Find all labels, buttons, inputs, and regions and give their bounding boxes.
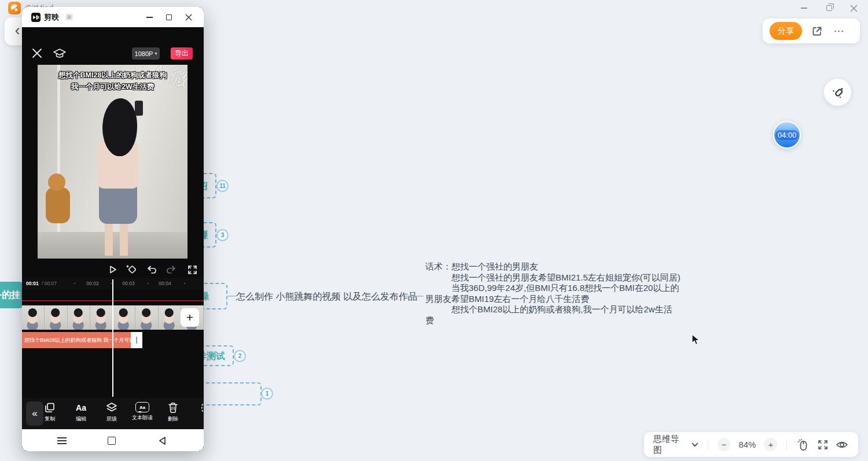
- eye-icon: [836, 439, 848, 451]
- capcut-maximize-button[interactable]: [162, 12, 176, 23]
- tool-delete[interactable]: 删除: [158, 402, 188, 423]
- tick-dot: [184, 283, 185, 284]
- aa-glyph: Aa: [139, 405, 145, 410]
- nav-back-button[interactable]: [155, 434, 169, 448]
- capcut-titlebar: 剪映: [22, 7, 204, 27]
- undo-icon: [146, 265, 157, 274]
- caret-down-icon: ▾: [155, 51, 157, 56]
- plush-bear: [46, 187, 70, 223]
- tick-label: 00:02: [86, 281, 98, 286]
- mindmap-script-node[interactable]: 话术：想找一个强社的男朋友 想找一个强社的男朋友希望BMI21.5左右姐姐宠你(…: [425, 261, 686, 326]
- collapse-badge[interactable]: 11: [216, 180, 229, 192]
- tick-dot: [74, 283, 75, 284]
- more-button[interactable]: ⋯: [832, 24, 846, 38]
- window-close-button[interactable]: [845, 2, 862, 14]
- export-window-button[interactable]: [810, 24, 824, 38]
- capcut-close-button[interactable]: [182, 12, 196, 23]
- script-line: 费: [425, 315, 686, 326]
- play-icon: [108, 265, 117, 274]
- mindmap-root-node[interactable]: +的挂: [0, 282, 22, 308]
- tick-label: 00:03: [122, 281, 134, 286]
- capcut-logo-icon: [31, 13, 41, 22]
- close-icon: [850, 5, 858, 12]
- tool-label: 编辑: [76, 415, 86, 423]
- capcut-window: 剪映 1080P ▾ 导出: [22, 7, 204, 451]
- capcut-minimize-button[interactable]: [142, 12, 156, 23]
- editor-close-button[interactable]: [32, 48, 42, 58]
- fullscreen-button[interactable]: [186, 263, 198, 276]
- tool-label: 层级: [106, 415, 117, 423]
- play-button[interactable]: [106, 263, 119, 276]
- zoom-out-button[interactable]: −: [718, 438, 731, 451]
- current-time: 00:01: [26, 281, 39, 286]
- collapse-badge[interactable]: 3: [216, 229, 229, 241]
- window-minimize-button[interactable]: [795, 2, 812, 14]
- tick-label: 00:04: [159, 281, 171, 286]
- collapse-badge[interactable]: 2: [234, 350, 246, 362]
- text-track-clip[interactable]: 想找个BMI28以上的奶狗或者狼狗 我一个月可以: [22, 332, 131, 348]
- zoom-in-button[interactable]: +: [764, 438, 777, 451]
- resolution-dropdown[interactable]: 1080P ▾: [132, 47, 160, 60]
- restore-icon: [826, 5, 832, 11]
- close-icon: [32, 48, 42, 58]
- tool-copy[interactable]: 复制: [35, 402, 65, 423]
- tick-dot: [148, 283, 149, 284]
- fit-screen-button[interactable]: [816, 438, 830, 452]
- person-skirt: [99, 183, 137, 224]
- redo-button[interactable]: [165, 263, 178, 276]
- ai-wand-button[interactable]: [824, 79, 851, 106]
- tool-layer[interactable]: 层级: [97, 402, 127, 423]
- zoom-level: 84%: [736, 440, 758, 449]
- magic-wand-icon: [831, 86, 845, 99]
- mouse-icon: [797, 438, 809, 451]
- person-leg: [120, 222, 128, 256]
- mouse-mode-button[interactable]: [796, 438, 810, 452]
- video-thumbnail: [159, 305, 181, 330]
- tool-text-to-speech[interactable]: Aa 文本朗读: [127, 402, 157, 422]
- playhead[interactable]: [112, 279, 113, 397]
- edit-aa-icon: Aa: [76, 402, 86, 414]
- graduation-cap-icon: [53, 47, 67, 60]
- handle-grip: [136, 337, 137, 344]
- view-mode-dropdown[interactable]: 思维导图: [653, 434, 698, 456]
- tool-label: 删除: [168, 415, 178, 423]
- subtitle-line-1: 想找个BMI28以上的奶狗或者狼狗: [38, 69, 187, 81]
- capcut-version-badge: [65, 13, 73, 21]
- tutorial-button[interactable]: [53, 47, 67, 62]
- add-clip-button[interactable]: +: [181, 308, 199, 327]
- keyframe-diamond-icon: [126, 264, 137, 275]
- add-keyframe-button[interactable]: [125, 263, 138, 276]
- text-track-handle[interactable]: [131, 332, 142, 348]
- plush-bear-head: [48, 174, 65, 191]
- timer-widget[interactable]: 04:00: [773, 121, 801, 149]
- total-time: / 00:07: [42, 281, 57, 286]
- presentation-button[interactable]: [835, 438, 849, 452]
- partial-tool-icon: [200, 402, 204, 414]
- tool-partial[interactable]: [191, 402, 204, 415]
- back-icon: ‹: [15, 21, 20, 39]
- nav-home-button[interactable]: [105, 434, 119, 448]
- more-icon: ⋯: [834, 25, 845, 38]
- subtitle-line-2: 我一个月可以给2W生活费: [38, 81, 187, 93]
- tool-edit[interactable]: Aa 编辑: [66, 402, 96, 423]
- capcut-app-name: 剪映: [44, 12, 59, 23]
- clip-toolbar: « 复制 Aa 编辑 层级 Aa 文本朗读 删除: [22, 398, 204, 429]
- export-button[interactable]: 导出: [171, 47, 193, 60]
- mindmap-center-node[interactable]: 怎么制作 小熊跳舞的视频 以及怎么发布作品: [236, 291, 417, 303]
- android-navbar: [22, 429, 204, 451]
- undo-button[interactable]: [145, 263, 158, 276]
- gitmind-logo-icon: [8, 2, 21, 14]
- video-preview[interactable]: 本人微 想找个BMI28以上的奶狗或者狼狗 我一个月可以给2W生活费: [38, 65, 187, 259]
- divider: [786, 440, 787, 450]
- person-leg: [105, 222, 113, 256]
- collapse-badge[interactable]: 1: [261, 388, 273, 400]
- share-button[interactable]: 分享: [770, 22, 802, 40]
- expand-icon: [817, 439, 829, 451]
- divider: [708, 440, 708, 450]
- nav-menu-button[interactable]: [55, 434, 69, 448]
- video-thumbnail: [68, 305, 90, 330]
- gitmind-app: GitMind ‹ 分享 ⋯ 04:00 思维导图 − 84%: [0, 0, 868, 461]
- window-restore-button[interactable]: [821, 2, 838, 14]
- tool-label: 复制: [45, 415, 55, 423]
- video-thumbnail: [45, 305, 67, 330]
